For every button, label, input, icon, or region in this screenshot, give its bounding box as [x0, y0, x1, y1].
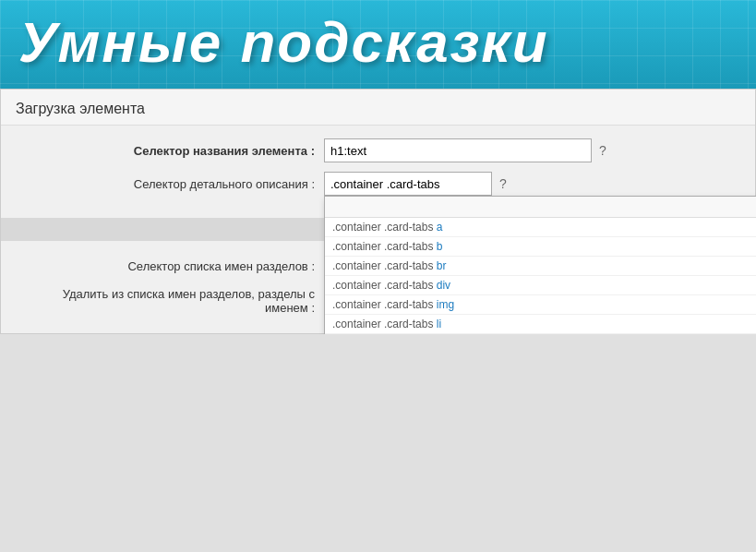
dropdown-item[interactable]: .container .card-tabs a — [325, 218, 756, 237]
dropdown-item[interactable]: .container .card-tabs img — [325, 295, 756, 315]
form-area: Селектор названия элемента : ? Селектор … — [1, 126, 755, 214]
help-selector-detail[interactable]: ? — [499, 176, 507, 191]
dropdown-item[interactable]: .container .card-tabs divОписание Характ… — [325, 276, 756, 295]
autocomplete-dropdown: Описание .container .card-tabs a.contain… — [324, 196, 756, 334]
dropdown-header: Описание — [325, 197, 756, 218]
input-selector-detail[interactable] — [324, 172, 492, 196]
dropdown-item-selector: .container .card-tabs b — [325, 239, 756, 254]
header: Умные подсказки — [0, 0, 756, 89]
dropdown-item[interactable]: .container .card-tabs b— — [325, 237, 756, 257]
label-selector-detail: Селектор детального описания : — [19, 177, 324, 191]
panel-title: Загрузка элемента — [1, 90, 755, 126]
dropdown-item-selector: .container .card-tabs li — [325, 317, 756, 331]
form-row-selector-name: Селектор названия элемента : ? — [19, 138, 737, 162]
label-remove-sections: Удалить из списка имен разделов, разделы… — [19, 287, 324, 315]
dropdown-item-selector: .container .card-tabs br — [325, 258, 756, 273]
help-selector-name[interactable]: ? — [599, 143, 606, 158]
autocomplete-wrapper: Описание .container .card-tabs a.contain… — [324, 172, 492, 196]
dropdown-item-selector: .container .card-tabs a — [325, 220, 756, 234]
header-title: Умные подсказки — [18, 9, 738, 75]
dropdown-item-selector: .container .card-tabs div — [325, 278, 756, 293]
dropdown-item[interactable]: .container .card-tabs br — [325, 257, 756, 276]
dropdown-item-selector: .container .card-tabs img — [325, 297, 756, 312]
input-selector-name[interactable] — [324, 138, 592, 162]
label-selector-name: Селектор названия элемента : — [19, 144, 324, 158]
label-sections: Селектор списка имен разделов : — [19, 259, 324, 273]
dropdown-col-selector — [325, 198, 756, 215]
main-panel: Загрузка элемента Селектор названия элем… — [0, 89, 756, 334]
dropdown-items-container: .container .card-tabs a.container .card-… — [325, 218, 756, 334]
dropdown-item[interactable]: .container .card-tabs liАвторизоваться в… — [325, 315, 756, 334]
form-row-selector-detail: Селектор детального описания : Описание … — [19, 172, 737, 196]
